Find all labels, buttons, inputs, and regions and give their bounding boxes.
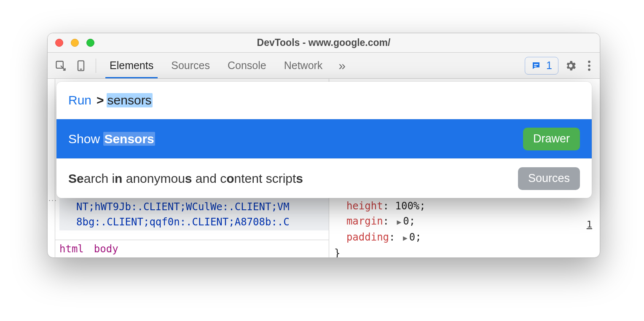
css-brace: } (334, 246, 595, 258)
tab-elements[interactable]: Elements (102, 53, 161, 78)
chat-icon (531, 61, 541, 71)
inspect-icon[interactable] (52, 57, 70, 75)
svg-point-5 (588, 60, 590, 63)
css-rule: padding: ▶0; (334, 230, 595, 246)
elements-code-line: 8bg:.CLIENT;qqf0n:.CLIENT;A8708b:.C (76, 214, 329, 230)
window-title: DevTools - www.google.com/ (48, 37, 600, 48)
styles-source-link[interactable]: 1 (587, 217, 592, 232)
run-prefix: > (97, 93, 104, 107)
svg-rect-3 (534, 64, 538, 65)
svg-point-7 (588, 68, 590, 71)
elements-code-line: NT;hWT9Jb:.CLIENT;WCulWe:.CLIENT;VM (76, 199, 329, 214)
more-tabs-icon[interactable]: » (333, 59, 352, 73)
breadcrumb-item[interactable]: body (94, 243, 118, 255)
command-input-row[interactable]: Run >sensors (56, 82, 592, 119)
expand-icon[interactable]: ▶ (397, 214, 402, 230)
tab-sources[interactable]: Sources (164, 53, 217, 78)
maximize-icon[interactable] (86, 39, 94, 47)
expand-icon[interactable]: ▶ (403, 230, 408, 246)
settings-icon[interactable] (561, 59, 580, 72)
separator (96, 59, 96, 73)
toggle-device-icon[interactable] (72, 57, 90, 75)
result-badge: Drawer (523, 128, 580, 150)
kebab-icon[interactable] (583, 60, 596, 72)
traffic-lights (55, 39, 94, 47)
result-badge: Sources (518, 167, 580, 190)
svg-rect-4 (534, 66, 537, 67)
feedback-count: 1 (546, 59, 552, 72)
command-result[interactable]: Show Sensors Drawer (56, 119, 592, 158)
result-text: Search in anonymous and content scripts (68, 171, 303, 186)
main-toolbar: Elements Sources Console Network » 1 (48, 53, 600, 79)
breadcrumb-item[interactable]: html (59, 243, 84, 255)
minimize-icon[interactable] (71, 39, 79, 47)
breadcrumb[interactable]: html body (55, 240, 329, 257)
close-icon[interactable] (55, 39, 63, 47)
command-menu: Run >sensors Show Sensors Drawer Search … (56, 82, 592, 198)
feedback-button[interactable]: 1 (525, 57, 558, 75)
run-label: Run (68, 93, 91, 107)
command-query: sensors (107, 93, 153, 107)
tab-network[interactable]: Network (276, 53, 330, 78)
titlebar: DevTools - www.google.com/ (48, 33, 600, 53)
command-result[interactable]: Search in anonymous and content scripts … (56, 158, 592, 198)
css-rule: height: 100%; (334, 198, 595, 214)
tab-console[interactable]: Console (220, 53, 274, 78)
svg-point-6 (588, 64, 590, 67)
css-rule: margin: ▶0; (334, 214, 595, 230)
gutter: ··· (48, 79, 55, 257)
result-text: Show Sensors (68, 132, 155, 146)
